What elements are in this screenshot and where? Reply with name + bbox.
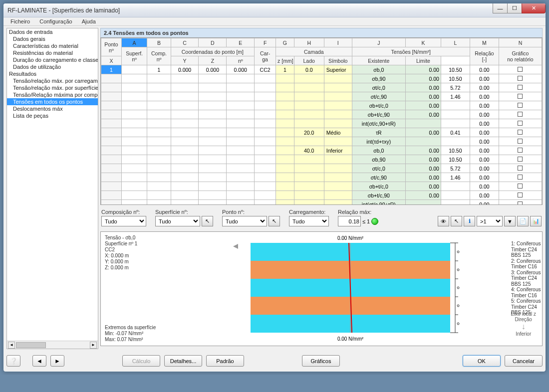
cancel-button[interactable]: Cancelar: [505, 355, 543, 367]
row-header[interactable]: 1: [101, 65, 122, 74]
table-row[interactable]: σb+t/c,900.000.00: [101, 191, 542, 200]
scroll-right-icon[interactable]: ►: [90, 342, 97, 349]
col-letter[interactable]: G: [276, 38, 294, 47]
report-checkbox[interactable]: [499, 74, 542, 83]
report-checkbox[interactable]: [499, 137, 542, 146]
row-header[interactable]: [101, 101, 122, 110]
row-header[interactable]: [101, 191, 122, 200]
table-row[interactable]: σt/c,00.005.720.00: [101, 164, 542, 173]
report-checkbox[interactable]: [499, 182, 542, 191]
load-combo[interactable]: Tudo: [289, 216, 329, 226]
point-combo[interactable]: Tudo: [222, 216, 267, 226]
ok-button[interactable]: OK: [463, 355, 501, 367]
tree-item[interactable]: Deslocamentos máx: [7, 105, 98, 112]
report-checkbox[interactable]: [499, 200, 542, 205]
table-row[interactable]: σt/c,900.001.460.00: [101, 92, 542, 101]
report-checkbox[interactable]: [499, 191, 542, 200]
col-letter[interactable]: A: [121, 38, 147, 47]
row-header[interactable]: [101, 119, 122, 128]
tree-item[interactable]: Resistências do material: [7, 49, 98, 56]
col-letter[interactable]: J: [352, 38, 405, 47]
report-checkbox[interactable]: [499, 101, 542, 110]
tree-results-root[interactable]: Resultados: [7, 70, 98, 77]
row-header[interactable]: [101, 137, 122, 146]
export-button[interactable]: 📄: [517, 216, 529, 226]
col-letter[interactable]: H: [294, 38, 324, 47]
report-checkbox[interactable]: [499, 155, 542, 164]
pick-button[interactable]: ↖: [451, 216, 462, 226]
col-letter[interactable]: N: [499, 38, 542, 47]
col-letter[interactable]: K: [406, 38, 441, 47]
eye-button[interactable]: 👁: [438, 216, 449, 226]
report-checkbox[interactable]: [499, 83, 542, 92]
info-button[interactable]: ℹ: [464, 216, 475, 226]
col-letter[interactable]: F: [255, 38, 276, 47]
table-row[interactable]: 20.0MédioτR0.000.410.00: [101, 128, 542, 137]
tree-item[interactable]: Dados gerais: [7, 35, 98, 42]
minimize-button[interactable]: —: [493, 3, 508, 13]
report-checkbox[interactable]: [499, 110, 542, 119]
table-row[interactable]: σb,900.0010.500.00: [101, 155, 542, 164]
next-button[interactable]: ►: [50, 355, 64, 367]
report-checkbox[interactable]: [499, 128, 542, 137]
menu-file[interactable]: Ficheiro: [6, 17, 34, 25]
row-header[interactable]: [101, 110, 122, 119]
row-header[interactable]: [101, 146, 122, 155]
row-header[interactable]: [101, 182, 122, 191]
row-header[interactable]: [101, 155, 122, 164]
col-letter[interactable]: E: [227, 38, 255, 47]
table-row[interactable]: 40.0Inferiorσb,00.0010.500.00: [101, 146, 542, 155]
col-letter[interactable]: D: [199, 38, 227, 47]
scroll-left-icon[interactable]: ◄: [8, 342, 15, 349]
table-row[interactable]: int(σt/c,90+τR)0.00: [101, 119, 542, 128]
row-header[interactable]: [101, 200, 122, 205]
tree-item[interactable]: Tensão/Relação máxima por composição: [7, 91, 98, 98]
table-row[interactable]: σb+t/c,900.000.00: [101, 110, 542, 119]
menu-config[interactable]: Configuração: [35, 17, 76, 25]
col-letter[interactable]: C: [171, 38, 199, 47]
tree-item[interactable]: Características do material: [7, 42, 98, 49]
table-row[interactable]: int(τd+τxy)0.00: [101, 137, 542, 146]
tree-item[interactable]: Tensão/relação máx. por superfície: [7, 84, 98, 91]
report-checkbox[interactable]: [499, 92, 542, 101]
tree-input-root[interactable]: Dados de entrada: [7, 28, 98, 35]
tree-hscrollbar[interactable]: ◄ ►: [7, 341, 98, 349]
table-row[interactable]: σb+t/c,00.000.00: [101, 182, 542, 191]
scroll-thumb[interactable]: [16, 342, 46, 348]
results-grid[interactable]: Pontonº A B C D E F G H I J K L M: [100, 37, 543, 205]
surf-combo[interactable]: Tudo: [155, 216, 200, 226]
tree-item[interactable]: Tensão/relação máx. por carregamento: [7, 77, 98, 84]
details-button[interactable]: Detalhes...: [164, 355, 202, 367]
row-header[interactable]: [101, 173, 122, 182]
surf-pick-button[interactable]: ↖: [202, 216, 213, 226]
report-checkbox[interactable]: [499, 119, 542, 128]
tree-item[interactable]: Lista de peças: [7, 112, 98, 119]
graphics-button[interactable]: Gráficos: [302, 355, 340, 367]
table-row[interactable]: σb,900.0010.500.00: [101, 74, 542, 83]
report-checkbox[interactable]: [499, 164, 542, 173]
maximize-button[interactable]: ☐: [507, 3, 522, 13]
tree-item[interactable]: Duração do carregamento e classe de serv…: [7, 56, 98, 63]
row-header[interactable]: [101, 164, 122, 173]
col-letter[interactable]: L: [441, 38, 470, 47]
gt-combo[interactable]: >1: [477, 216, 503, 226]
table-row[interactable]: σt/c,00.005.720.00: [101, 83, 542, 92]
table-row[interactable]: σb+t/c,00.000.00: [101, 101, 542, 110]
report-checkbox[interactable]: [499, 146, 542, 155]
tree-item-selected[interactable]: Tensões em todos os pontos: [7, 98, 98, 105]
comp-combo[interactable]: Tudo: [101, 216, 146, 226]
col-letter[interactable]: B: [147, 38, 171, 47]
report-checkbox[interactable]: [499, 173, 542, 182]
tree-item[interactable]: Dados de utilização: [7, 63, 98, 70]
point-pick-button[interactable]: ↖: [269, 216, 280, 226]
row-header[interactable]: [101, 74, 122, 83]
table-row[interactable]: σt/c,900.001.460.00: [101, 173, 542, 182]
calc-button[interactable]: Cálculo: [122, 355, 160, 367]
row-header[interactable]: [101, 83, 122, 92]
close-button[interactable]: ✕: [522, 3, 546, 13]
help-button[interactable]: ❔: [6, 355, 20, 367]
filter-button[interactable]: ▼: [504, 216, 516, 226]
table-row[interactable]: 110.0000.0000.000CC210.0Superiorσb,00.00…: [101, 65, 542, 74]
col-letter[interactable]: I: [324, 38, 352, 47]
report-checkbox[interactable]: [499, 65, 542, 74]
